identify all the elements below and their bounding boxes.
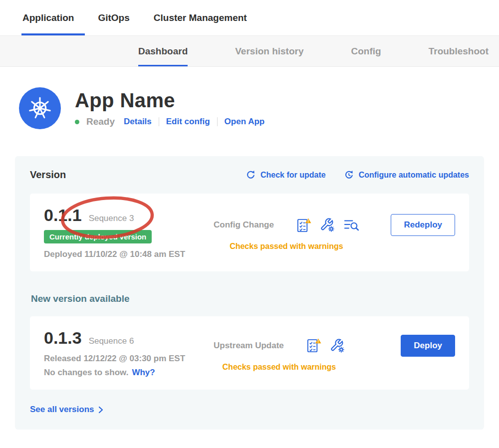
edit-config-link[interactable]: Edit config xyxy=(166,117,210,127)
preflight-checklist-warning-icon[interactable]: ! xyxy=(296,218,311,233)
helm-wheel-icon xyxy=(27,95,53,121)
chevron-right-icon xyxy=(98,406,103,414)
tab-dashboard[interactable]: Dashboard xyxy=(138,36,188,66)
top-nav-item-cluster-management[interactable]: Cluster Management xyxy=(154,0,247,35)
check-icons-row: ! xyxy=(296,218,359,233)
checks-status-text: Checks passed with warnings xyxy=(214,242,359,251)
why-link[interactable]: Why? xyxy=(132,368,155,378)
see-all-versions-link[interactable]: See all versions xyxy=(30,405,103,415)
configure-automatic-updates-link[interactable]: Configure automatic updates xyxy=(344,170,469,180)
tab-troubleshoot[interactable]: Troubleshoot xyxy=(429,36,489,66)
currently-deployed-badge: Currently deployed version xyxy=(44,230,152,243)
deploy-button[interactable]: Deploy xyxy=(401,335,455,357)
scheduled-update-icon xyxy=(344,170,354,180)
tab-version-history[interactable]: Version history xyxy=(235,36,303,66)
redeploy-button[interactable]: Redeploy xyxy=(391,214,455,236)
preflight-checklist-warning-icon[interactable]: ! xyxy=(306,338,321,353)
released-timestamp: Released 12/12/22 @ 03:30 pm EST xyxy=(44,354,214,364)
config-wrench-icon[interactable] xyxy=(320,218,335,232)
config-wrench-icon[interactable] xyxy=(330,338,345,353)
app-sub-nav: Dashboard Version history Config Trouble… xyxy=(0,36,499,67)
deployed-timestamp: Deployed 11/10/22 @ 10:48 am EST xyxy=(44,249,214,259)
app-header: App Name Ready Details Edit config Open … xyxy=(19,87,499,129)
current-version-sequence: Sequence 3 xyxy=(89,214,134,224)
top-nav: Application GitOps Cluster Management xyxy=(0,0,499,36)
version-section-header: Version Check for update Configure autom… xyxy=(30,169,469,181)
status-badge: Ready xyxy=(86,116,115,127)
svg-text:!: ! xyxy=(317,339,319,344)
app-status-row: Ready Details Edit config Open App xyxy=(75,116,264,127)
page-title: App Name xyxy=(75,89,264,112)
divider xyxy=(217,117,218,126)
available-version-card: 0.1.3 Sequence 6 Released 12/12/22 @ 03:… xyxy=(30,316,469,390)
version-source-label: Upstream Update xyxy=(214,341,284,351)
version-section: Version Check for update Configure autom… xyxy=(15,156,484,430)
kubernetes-logo xyxy=(19,87,61,129)
current-version-card: 0.1.1 Sequence 3 Currently deployed vers… xyxy=(30,194,469,271)
checks-status-text: Checks passed with warnings xyxy=(214,363,345,372)
ready-status-dot xyxy=(75,120,79,124)
version-source-label: Config Change xyxy=(214,220,274,230)
available-version-number: 0.1.3 xyxy=(44,328,82,348)
version-heading: Version xyxy=(30,169,66,181)
new-version-available-heading: New version available xyxy=(31,293,468,304)
no-changes-text: No changes to show. xyxy=(44,368,128,378)
available-version-sequence: Sequence 6 xyxy=(89,336,134,346)
open-app-link[interactable]: Open App xyxy=(225,117,265,127)
current-version-number: 0.1.1 xyxy=(44,206,82,225)
top-nav-item-application[interactable]: Application xyxy=(22,0,74,35)
check-icons-row: ! xyxy=(306,338,345,353)
divider xyxy=(159,117,159,126)
top-nav-item-gitops[interactable]: GitOps xyxy=(98,0,129,35)
check-for-update-link[interactable]: Check for update xyxy=(246,170,326,180)
inspect-files-icon[interactable] xyxy=(343,218,359,232)
svg-text:!: ! xyxy=(307,219,309,223)
tab-config[interactable]: Config xyxy=(351,36,381,66)
refresh-icon xyxy=(246,170,256,180)
details-link[interactable]: Details xyxy=(124,117,152,127)
